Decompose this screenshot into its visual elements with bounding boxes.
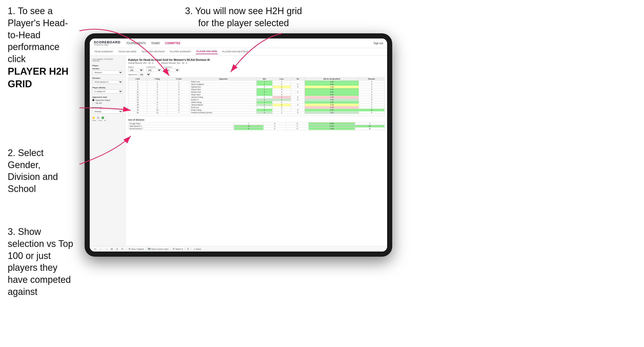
legend-dots (92, 117, 123, 119)
gender-label: Gender (92, 68, 123, 70)
cell-opponent: Sydney Kuo (190, 86, 256, 88)
cell-win: 15 (234, 125, 264, 128)
table-row: 914 Sharon Mun 10 3.673 (128, 88, 385, 91)
cell-loss: 0 (272, 83, 291, 86)
sub-nav-player-h2h-grid[interactable]: PLAYER H2H GRID (196, 49, 218, 54)
sub-nav-player-h2h-heatmap[interactable]: PLAYER H2H HEATMAP (222, 49, 249, 54)
step1-bold: PLAYER H2H GRID (8, 66, 68, 89)
opponents-text: Opponents: (128, 74, 138, 75)
region-filter: Region (All) (128, 66, 144, 72)
cell-reg: 2 (147, 93, 168, 96)
sub-nav-team-summary[interactable]: TEAM SUMMARY (94, 49, 114, 54)
table-row: Foreign Team 100 4.5002 (128, 122, 385, 125)
toolbar-separator5 (191, 247, 191, 250)
forward-button[interactable]: → (105, 248, 108, 250)
cell-opponent: Sharon Mun (190, 88, 256, 91)
nav-committee[interactable]: COMMITTEE (164, 41, 181, 46)
region-select[interactable]: (All) (128, 69, 144, 72)
share-btn[interactable]: ↗ Share (193, 248, 201, 250)
cell-diff: 4.500 (309, 122, 355, 125)
level-dot (97, 117, 99, 119)
step2-text: 2. Select Gender, Division and School (8, 147, 74, 195)
out-of-division-header: Out of division (128, 119, 385, 121)
toolbar-separator3 (170, 247, 171, 250)
sub-nav: TEAM SUMMARY TEAM H2H GRID TEAM H2H HEAT… (90, 48, 387, 56)
table-row: 1474 Eunice Yi 220 0.389 (128, 99, 385, 101)
cell-diff: 4.00 (305, 83, 359, 86)
grid-panel: Katelyn Vo Head-to-Head Grid for Women's… (126, 56, 387, 246)
colour-by-select[interactable]: Win/loss (92, 110, 123, 113)
nav-tournaments[interactable]: TOURNAMENTS (126, 41, 146, 46)
cell-opponent: Euna Lee (190, 106, 256, 109)
colour-by-section: Colour by Win/loss (92, 107, 123, 113)
undo-button[interactable]: ↩ (94, 248, 97, 250)
cell-opponent: Jessica Mason (190, 104, 256, 106)
watch-btn[interactable]: 👁 Watch ▾ (173, 248, 183, 250)
cell-loss: 0 (263, 125, 286, 128)
gender-select[interactable]: Women's (92, 71, 123, 74)
cell-win: 5 (234, 128, 264, 130)
opponents-select[interactable]: (All) (138, 73, 151, 76)
cell-diff: 1.50 (305, 81, 359, 83)
grid-records: Overall Record: 353 - 34 - 6 Division Re… (128, 62, 385, 64)
sign-out-link[interactable]: Sign out (374, 42, 383, 45)
overall-record: Overall Record: 353 - 34 - 6 (128, 62, 154, 64)
cell-diff: 1.25 (305, 101, 359, 104)
division-label: Division (92, 77, 123, 79)
cell-conf: 6 (168, 109, 190, 111)
cell-conf: 5 (168, 101, 190, 104)
opponents-played-option[interactable]: Opponents Played (92, 99, 123, 101)
grid-button[interactable]: ⊞ (110, 248, 113, 250)
step1-text: 1. To see a Player's Head-to-Head perfor… (8, 5, 74, 65)
left-panel: Last Updated: 27/03/2024 16:55:38 Player… (90, 56, 126, 246)
instructions-left: 1. To see a Player's Head-to-Head perfor… (0, 0, 82, 311)
player-rank-select[interactable]: 8. Katelyn Vo (92, 90, 123, 93)
view-original-btn[interactable]: 👁 View: Original (128, 248, 144, 250)
cell-opponent: Emily Chang (190, 109, 256, 111)
up-dot (102, 117, 104, 119)
opponents-played-radio[interactable] (92, 99, 94, 101)
sub-nav-team-h2h-heatmap[interactable]: TEAM H2H HEATMAP (141, 49, 165, 54)
cell-loss: 0 (263, 122, 286, 125)
col-win: Win (256, 78, 272, 81)
top100-radio[interactable] (92, 102, 94, 104)
opponent-view-options: Opponents Played Top 100 (92, 99, 123, 104)
cell-conf: 2 (168, 106, 190, 109)
cell-loss: 2 (272, 104, 291, 106)
h2h-table: # Div # Reg # Conf Opponent Win Loss Tie… (128, 77, 385, 116)
sub-nav-player-summary[interactable]: PLAYER SUMMARY (169, 49, 192, 54)
step2-block: 2. Select Gender, Division and School (8, 147, 74, 195)
back-button[interactable]: ← (99, 248, 103, 250)
table-row: NCAA Division 2 500 7.40010 (128, 128, 385, 130)
cell-conf: 2 (168, 83, 190, 86)
export-btn[interactable]: ⬇ (187, 248, 189, 250)
cell-rounds: 3 (359, 88, 385, 91)
cell-div: 11 (128, 93, 147, 96)
cell-loss: 0 (272, 81, 291, 83)
cell-conf: 5 (168, 93, 190, 96)
nav-teams[interactable]: TEAMS (150, 41, 160, 46)
cell-rounds: 3 (359, 93, 385, 96)
cell-tie (291, 106, 305, 109)
conference-select[interactable]: (All) (146, 69, 162, 72)
cell-reg: 2 (147, 106, 168, 109)
col-reg: # Reg (147, 78, 168, 81)
timer-button[interactable]: ⏱ (120, 248, 124, 250)
empty-row (128, 114, 385, 116)
cell-diff: -3.00 (305, 96, 359, 99)
toolbar: ↩ ← → ⊞ ↺ ⏱ 👁 View: Original 💾 Save Cust… (90, 246, 387, 252)
table-row: 522 Alexis Sudjianto 100 4.003 (128, 83, 385, 86)
up-label: Up (104, 120, 106, 121)
cell-tie: 0 (291, 99, 305, 101)
cell-loss: 1 (272, 111, 291, 114)
opponent-select[interactable]: (All) (164, 69, 179, 72)
top100-option[interactable]: Top 100 (92, 102, 123, 104)
sub-nav-team-h2h-grid[interactable]: TEAM H2H GRID (118, 49, 137, 54)
save-custom-view-btn[interactable]: 💾 Save Custom View (148, 248, 168, 250)
division-select[interactable]: NCAA Division III (92, 80, 123, 84)
refresh-button[interactable]: ↺ (115, 248, 118, 250)
cell-tie: 0 (291, 111, 305, 114)
cell-div: 3 (128, 81, 147, 83)
cell-win: 0 (256, 86, 272, 88)
down-dot (92, 117, 95, 119)
